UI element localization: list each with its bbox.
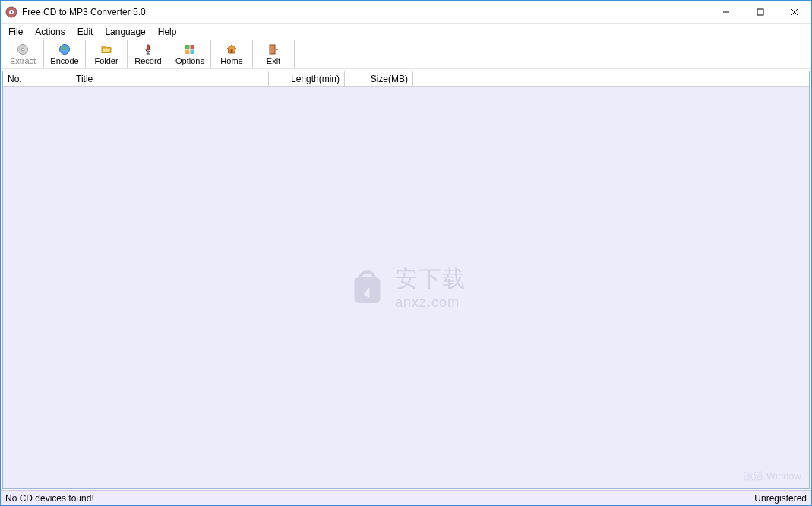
home-button[interactable]: Home <box>211 40 253 68</box>
record-label: Record <box>134 56 161 65</box>
svg-rect-17 <box>231 50 233 54</box>
status-bar: No CD devices found! Unregistered <box>1 490 811 505</box>
options-icon <box>184 43 196 55</box>
menu-edit[interactable]: Edit <box>71 25 100 39</box>
encode-button[interactable]: Encode <box>44 40 86 68</box>
svg-rect-14 <box>191 45 195 49</box>
menu-help[interactable]: Help <box>152 25 183 39</box>
minimize-button[interactable] <box>709 1 743 23</box>
encode-label: Encode <box>50 56 78 65</box>
activation-ghost-text: 激活 Window <box>744 470 801 483</box>
svg-rect-15 <box>185 50 190 55</box>
list-header: No. Title Length(min) Size(MB) <box>3 71 809 87</box>
window-controls <box>709 1 811 23</box>
column-title[interactable]: Title <box>71 71 269 86</box>
svg-rect-18 <box>270 45 275 54</box>
menu-bar: File Actions Edit Language Help <box>1 24 811 40</box>
close-button[interactable] <box>777 1 811 23</box>
exit-icon <box>267 43 280 55</box>
window-title: Free CD to MP3 Converter 5.0 <box>22 7 146 17</box>
options-label: Options <box>175 56 204 65</box>
column-size[interactable]: Size(MB) <box>345 71 413 86</box>
menu-language[interactable]: Language <box>99 25 151 39</box>
main-area: No. Title Length(min) Size(MB) 安下载 anxz.… <box>1 69 811 490</box>
extract-button: Extract <box>2 40 44 68</box>
options-button[interactable]: Options <box>169 40 211 68</box>
home-icon <box>226 43 238 55</box>
menu-actions[interactable]: Actions <box>29 25 71 39</box>
registration-status: Unregistered <box>754 493 807 504</box>
status-message: No CD devices found! <box>5 493 754 504</box>
svg-point-2 <box>11 11 13 13</box>
svg-point-8 <box>21 48 24 51</box>
watermark-text-bottom: anxz.com <box>395 295 466 311</box>
svg-rect-20 <box>354 277 380 303</box>
watermark-text-top: 安下载 <box>395 264 466 295</box>
extract-label: Extract <box>10 56 36 65</box>
folder-button[interactable]: Folder <box>86 40 128 68</box>
title-bar: Free CD to MP3 Converter 5.0 <box>1 1 811 24</box>
exit-button[interactable]: Exit <box>253 40 295 68</box>
bag-icon <box>346 267 387 308</box>
maximize-button[interactable] <box>743 1 777 23</box>
toolbar: Extract Encode Folder Record Options Hom… <box>1 40 811 69</box>
app-icon <box>5 6 17 18</box>
microphone-icon <box>142 43 154 55</box>
disc-icon <box>17 43 29 55</box>
svg-rect-10 <box>147 45 150 50</box>
record-button[interactable]: Record <box>128 40 169 68</box>
menu-file[interactable]: File <box>2 25 29 39</box>
folder-icon <box>100 43 112 55</box>
watermark: 安下载 anxz.com <box>346 264 466 311</box>
folder-label: Folder <box>94 56 118 65</box>
track-list[interactable]: No. Title Length(min) Size(MB) 安下载 anxz.… <box>2 71 810 489</box>
home-label: Home <box>220 56 242 65</box>
svg-rect-4 <box>757 9 763 15</box>
column-no[interactable]: No. <box>3 71 71 86</box>
svg-rect-13 <box>185 45 190 49</box>
svg-rect-16 <box>191 50 195 55</box>
globe-icon <box>58 43 71 55</box>
exit-label: Exit <box>267 56 280 65</box>
column-length[interactable]: Length(min) <box>269 71 345 86</box>
list-body: 安下载 anxz.com 激活 Window <box>3 87 809 488</box>
